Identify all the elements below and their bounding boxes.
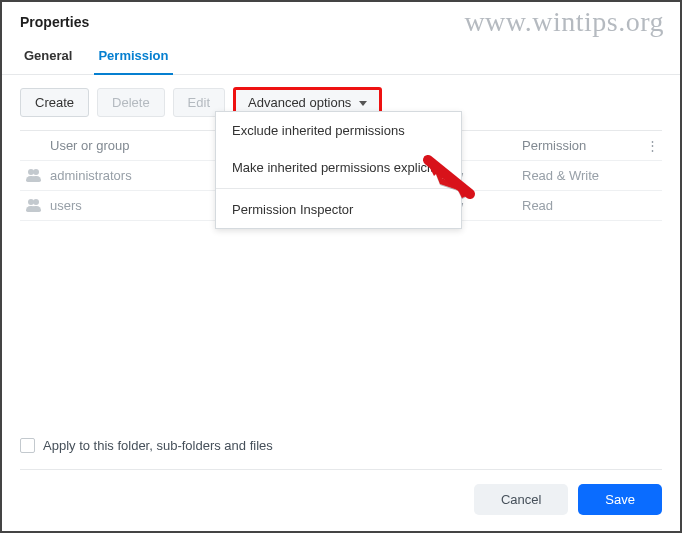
window-title: Properties bbox=[2, 2, 680, 38]
footer: Apply to this folder, sub-folders and fi… bbox=[2, 428, 680, 531]
delete-button: Delete bbox=[97, 88, 165, 117]
more-columns-icon[interactable]: ⋮ bbox=[642, 138, 662, 153]
menu-permission-inspector[interactable]: Permission Inspector bbox=[216, 191, 461, 228]
apply-recursively-row[interactable]: Apply to this folder, sub-folders and fi… bbox=[20, 428, 662, 470]
advanced-options-menu: Exclude inherited permissions Make inher… bbox=[215, 111, 462, 229]
menu-separator bbox=[216, 188, 461, 189]
create-button[interactable]: Create bbox=[20, 88, 89, 117]
tab-general[interactable]: General bbox=[20, 38, 76, 75]
tab-permission[interactable]: Permission bbox=[94, 38, 172, 75]
cell-permission: Read & Write bbox=[522, 168, 642, 183]
chevron-down-icon bbox=[359, 101, 367, 106]
tab-bar: General Permission bbox=[2, 38, 680, 75]
cell-permission: Read bbox=[522, 198, 642, 213]
group-icon bbox=[26, 169, 40, 183]
menu-exclude-inherited[interactable]: Exclude inherited permissions bbox=[216, 112, 461, 149]
advanced-options-label: Advanced options bbox=[248, 95, 351, 110]
save-button[interactable]: Save bbox=[578, 484, 662, 515]
col-header-permission: Permission bbox=[522, 138, 642, 153]
apply-checkbox[interactable] bbox=[20, 438, 35, 453]
apply-label: Apply to this folder, sub-folders and fi… bbox=[43, 438, 273, 453]
cancel-button[interactable]: Cancel bbox=[474, 484, 568, 515]
group-icon bbox=[26, 199, 40, 213]
menu-make-explicit[interactable]: Make inherited permissions explicit bbox=[216, 149, 461, 186]
